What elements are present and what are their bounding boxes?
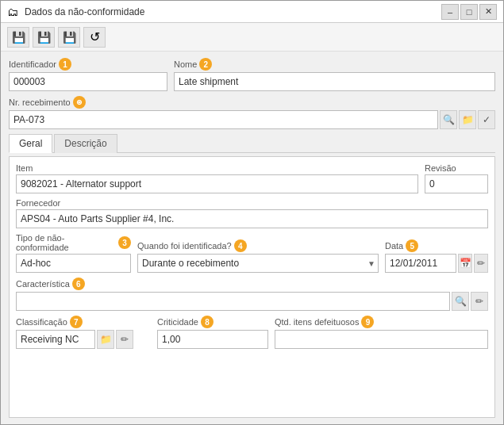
nr-recebimento-label: Nr. recebimento ⊛ <box>9 96 495 109</box>
data-edit-btn[interactable]: ✏ <box>474 254 488 273</box>
quando-select-wrapper: Durante o recebimento ▼ <box>137 254 379 273</box>
caracteristica-search-btn[interactable]: 🔍 <box>452 292 469 311</box>
criticidade-badge: 8 <box>201 316 214 328</box>
nr-recebimento-search-btn[interactable]: 🔍 <box>440 110 457 129</box>
main-window: 🗂 Dados da não-conformidade – □ ✕ 💾 💾 💾 … <box>0 0 504 425</box>
data-calendar-btn[interactable]: 📅 <box>458 254 472 273</box>
name-group: Nome 2 <box>174 58 495 91</box>
classificacao-input-row: Receiving NC 📁 ✏ <box>16 330 151 349</box>
data-label: Data 5 <box>385 239 488 252</box>
revisao-group: Revisão <box>425 163 488 193</box>
classificacao-criticidade-qtd-row: Classificação 7 Receiving NC 📁 ✏ <box>16 316 488 349</box>
nr-recebimento-input[interactable] <box>9 110 438 129</box>
tipo-group: Tipo de não-conformidade 3 <box>16 233 131 273</box>
fornecedor-input[interactable] <box>16 209 488 228</box>
item-input[interactable] <box>16 174 418 193</box>
caracteristica-label: Característica 6 <box>16 278 488 290</box>
quando-select[interactable]: Durante o recebimento <box>137 254 379 273</box>
identifier-name-row: Identificador 1 Nome 2 <box>9 58 495 91</box>
caracteristica-input[interactable] <box>16 292 450 311</box>
save-button-3[interactable]: 💾 <box>58 27 80 48</box>
tab-section: Geral Descrição Item Revisão <box>9 134 495 418</box>
item-group: Item <box>16 163 418 193</box>
classificacao-label: Classificação 7 <box>16 316 151 328</box>
qtd-label: Qtd. itens defeituosos 9 <box>275 316 488 328</box>
minimize-button[interactable]: – <box>441 4 459 20</box>
identifier-label: Identificador 1 <box>9 58 167 71</box>
data-group: Data 5 📅 ✏ <box>385 239 488 273</box>
data-input-row: 📅 ✏ <box>385 254 488 273</box>
revisao-input[interactable] <box>425 174 488 193</box>
quando-badge: 4 <box>234 239 247 252</box>
identifier-required-badge: 1 <box>59 58 71 71</box>
qtd-group: Qtd. itens defeituosos 9 <box>275 316 488 349</box>
revisao-label: Revisão <box>425 163 488 173</box>
caracteristica-badge: 6 <box>72 278 85 290</box>
fornecedor-label: Fornecedor <box>16 198 488 208</box>
nr-recebimento-check-btn[interactable]: ✓ <box>478 110 495 129</box>
criticidade-group: Criticidade 8 <box>157 316 268 349</box>
name-required-badge: 2 <box>199 58 212 71</box>
quando-label: Quando foi identificada? 4 <box>137 239 379 252</box>
nr-recebimento-input-row: 🔍 📁 ✓ <box>9 110 495 129</box>
refresh-button[interactable]: ↺ <box>83 27 106 48</box>
title-bar-left: 🗂 Dados da não-conformidade <box>7 6 144 18</box>
fornecedor-group: Fornecedor <box>16 198 488 228</box>
save-button-2[interactable]: 💾 <box>33 27 55 48</box>
tab-general-content: Item Revisão Fornecedor <box>9 156 495 418</box>
data-input[interactable] <box>385 254 456 273</box>
caracteristica-edit-btn[interactable]: ✏ <box>471 292 488 311</box>
title-bar: 🗂 Dados da não-conformidade – □ ✕ <box>1 1 503 23</box>
qtd-badge: 9 <box>361 316 374 328</box>
form-content: Identificador 1 Nome 2 Nr. recebimento ⊛ <box>1 52 503 424</box>
quando-group: Quando foi identificada? 4 Durante o rec… <box>137 239 379 273</box>
maximize-button[interactable]: □ <box>460 4 478 20</box>
tab-bar: Geral Descrição <box>9 134 495 153</box>
nr-recebimento-group: Nr. recebimento ⊛ 🔍 📁 ✓ <box>9 96 495 129</box>
classificacao-edit-btn[interactable]: ✏ <box>116 330 133 349</box>
identifier-input[interactable] <box>9 72 167 91</box>
classificacao-group: Classificação 7 Receiving NC 📁 ✏ <box>16 316 151 349</box>
save-button-1[interactable]: 💾 <box>7 27 29 48</box>
item-label: Item <box>16 163 418 173</box>
tipo-quando-data-row: Tipo de não-conformidade 3 Quando foi id… <box>16 233 488 273</box>
close-button[interactable]: ✕ <box>479 4 497 20</box>
data-badge: 5 <box>406 239 418 252</box>
classificacao-badge: 7 <box>70 316 83 328</box>
window-title: Dados da não-conformidade <box>25 6 144 17</box>
criticidade-input[interactable] <box>157 330 268 349</box>
name-input[interactable] <box>174 72 495 91</box>
classificacao-folder-btn[interactable]: 📁 <box>97 330 114 349</box>
name-label: Nome 2 <box>174 58 495 71</box>
tab-description[interactable]: Descrição <box>54 134 117 153</box>
criticidade-label: Criticidade 8 <box>157 316 268 328</box>
title-controls: – □ ✕ <box>441 4 497 20</box>
tipo-badge: 3 <box>118 236 131 249</box>
qtd-input[interactable] <box>275 330 488 349</box>
caracteristica-input-row: 🔍 ✏ <box>16 292 488 311</box>
nr-recebimento-folder-btn[interactable]: 📁 <box>459 110 476 129</box>
tipo-label: Tipo de não-conformidade 3 <box>16 233 131 252</box>
item-revisao-row: Item Revisão <box>16 163 488 193</box>
toolbar: 💾 💾 💾 ↺ <box>1 23 503 52</box>
caracteristica-group: Característica 6 🔍 ✏ <box>16 278 488 311</box>
nr-recebimento-badge: ⊛ <box>73 96 86 109</box>
tab-general[interactable]: Geral <box>9 134 52 153</box>
classificacao-select[interactable]: Receiving NC <box>16 330 95 349</box>
window-icon: 🗂 <box>7 6 20 18</box>
identifier-group: Identificador 1 <box>9 58 167 91</box>
tipo-input[interactable] <box>16 254 131 273</box>
